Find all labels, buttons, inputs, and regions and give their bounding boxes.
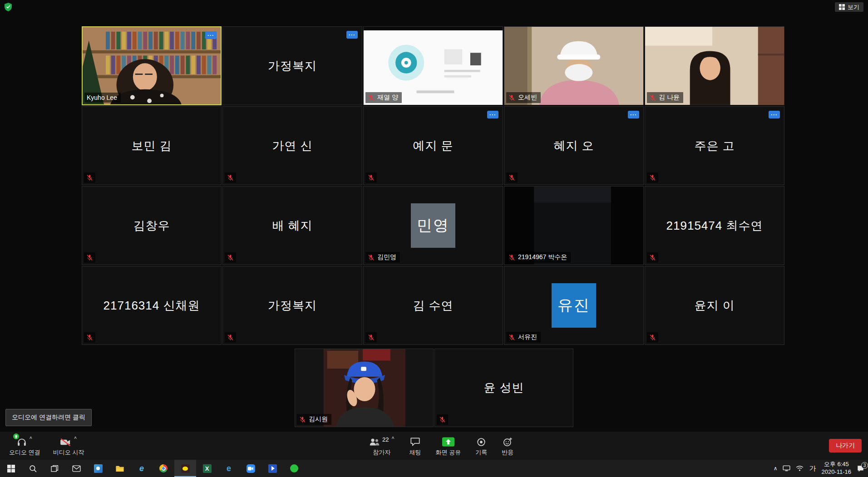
tile-options-button[interactable]: ··· — [628, 111, 639, 118]
muted-mic-icon — [86, 334, 93, 341]
participant-name: 윤지 이 — [645, 266, 784, 344]
participant-tile[interactable]: 유진서유진 — [504, 266, 644, 345]
tile-options-button[interactable]: ··· — [346, 31, 358, 39]
taskbar-app-chrome[interactable] — [153, 460, 174, 477]
taskbar-app-photos[interactable] — [87, 460, 109, 477]
participant-tile[interactable]: 김 나윤 — [645, 26, 784, 105]
top-bar: 보기 — [0, 0, 868, 14]
participant-tile[interactable]: 보민 김 — [82, 106, 222, 185]
muted-mic-icon — [86, 254, 93, 261]
leave-button[interactable]: 나가기 — [829, 439, 862, 452]
participant-tile[interactable]: 김시원 — [295, 349, 434, 427]
taskbar-clock[interactable]: 오후 6:45 2020-11-16 — [821, 461, 851, 476]
participant-tile[interactable]: 21914967 박수온 — [504, 186, 644, 265]
taskbar-app-task-view[interactable] — [44, 460, 65, 477]
tray-expand-caret[interactable]: ∧ — [774, 465, 778, 472]
taskbar-app-search[interactable] — [22, 460, 44, 477]
participant-tile[interactable]: 가정복지 — [222, 266, 362, 345]
reactions-button[interactable]: 반응 — [496, 433, 519, 458]
participant-label — [365, 332, 377, 343]
participant-tile[interactable]: 21915474 최수연 — [645, 186, 784, 265]
participant-label — [647, 172, 658, 183]
taskbar-app-mail[interactable] — [65, 460, 87, 477]
participant-tile[interactable]: 오세빈 — [504, 26, 644, 105]
excel-icon: X — [203, 464, 212, 473]
muted-mic-icon — [227, 174, 234, 181]
taskbar-app-kakaotalk[interactable] — [174, 460, 196, 477]
participant-tile[interactable]: 가연 신 — [222, 106, 362, 185]
participant-tile[interactable]: 재열 양 — [363, 26, 503, 105]
chrome-icon — [159, 464, 168, 472]
gallery-grid: ···Kyuho Lee가정복지···재열 양오세빈김 나윤보민 김가연 신예지… — [82, 26, 784, 345]
action-center-button[interactable]: 3 — [857, 465, 864, 472]
participant-label — [225, 252, 236, 263]
taskbar-app-excel[interactable]: X — [196, 460, 218, 477]
participant-avatar: 민영 — [411, 203, 455, 248]
participant-tile[interactable]: 윤지 이 — [645, 266, 784, 345]
participant-label: 김민영 — [365, 252, 400, 263]
tile-options-button[interactable]: ··· — [487, 111, 498, 118]
participant-name: 윤 성빈 — [435, 349, 573, 427]
taskbar-app-file-explorer[interactable] — [109, 460, 131, 477]
participant-label — [225, 172, 236, 183]
record-button[interactable]: 기록 — [470, 433, 493, 458]
muted-mic-icon — [508, 334, 515, 341]
tile-options-button[interactable]: ··· — [205, 31, 217, 39]
participants-caret[interactable]: ∧ — [391, 435, 395, 440]
participant-tile[interactable]: 배 혜지 — [222, 186, 362, 265]
participant-label-text: Kyuho Lee — [87, 94, 117, 101]
start-video-button[interactable]: ∧ 비디오 시작 — [48, 433, 90, 458]
notification-badge: 3 — [861, 462, 868, 469]
taskbar-app-line-app[interactable] — [283, 460, 305, 477]
participant-label: 재열 양 — [365, 92, 402, 103]
search-icon — [29, 465, 37, 472]
muted-mic-icon — [508, 174, 515, 181]
participant-tile[interactable]: 윤 성빈 — [434, 349, 573, 427]
participant-tile[interactable]: 김창우 — [82, 186, 222, 265]
share-screen-button[interactable]: 화면 공유 — [430, 433, 467, 458]
meeting-toolbar: ∧ 오디오 연결 ∧ 비디오 시작 22 ∧ 참가자 채팅 — [0, 432, 868, 460]
chat-button[interactable]: 채팅 — [404, 433, 427, 458]
muted-mic-icon — [508, 254, 515, 261]
join-audio-label: 오디오 연결 — [9, 448, 40, 457]
participant-name: 가정복지 — [223, 27, 362, 105]
muted-mic-icon — [649, 334, 656, 341]
participant-label — [365, 172, 377, 183]
participant-tile[interactable]: ···Kyuho Lee — [82, 26, 222, 105]
participant-name: 21716314 신채원 — [82, 266, 221, 344]
muted-mic-icon — [368, 334, 375, 341]
muted-mic-icon — [86, 174, 93, 181]
line-app-icon — [290, 464, 298, 472]
participant-tile[interactable]: 혜지 오··· — [504, 106, 644, 185]
taskbar-app-movies-app[interactable] — [261, 460, 283, 477]
participant-tile[interactable]: 가정복지··· — [222, 26, 362, 105]
participant-label-text: 서유진 — [518, 333, 537, 341]
participant-tile[interactable]: 21716314 신채원 — [82, 266, 222, 345]
participant-label: 김 나윤 — [647, 92, 683, 103]
display-icon[interactable] — [783, 465, 790, 472]
tile-options-button[interactable]: ··· — [769, 111, 780, 118]
participant-tile[interactable]: 예지 문··· — [363, 106, 503, 185]
participant-label — [84, 332, 95, 343]
taskbar-app-zoom[interactable] — [240, 460, 261, 477]
participant-name: 가정복지 — [223, 266, 362, 344]
participant-tile[interactable]: 김 수연 — [363, 266, 503, 345]
taskbar-app-start[interactable] — [0, 460, 22, 477]
join-audio-button[interactable]: ∧ 오디오 연결 — [4, 433, 46, 458]
video-options-caret[interactable]: ∧ — [74, 435, 77, 440]
taskbar-app-edge[interactable]: e — [218, 460, 240, 477]
view-button[interactable]: 보기 — [835, 2, 863, 12]
taskbar-app-internet-explorer[interactable]: e — [131, 460, 153, 477]
participants-button[interactable]: 22 ∧ 참가자 — [363, 433, 400, 458]
participant-label — [647, 252, 658, 263]
ime-indicator[interactable]: 가 — [809, 464, 816, 473]
participant-name: 혜지 오 — [504, 107, 643, 185]
participant-tile[interactable]: 주은 고··· — [645, 106, 784, 185]
security-shield-icon[interactable] — [5, 3, 12, 13]
windows-start-icon — [7, 465, 15, 472]
clock-time: 오후 6:45 — [821, 461, 851, 468]
audio-options-caret[interactable]: ∧ — [29, 435, 33, 440]
participants-icon — [369, 437, 380, 447]
network-icon[interactable] — [796, 465, 804, 472]
participant-tile[interactable]: 민영김민영 — [363, 186, 503, 265]
